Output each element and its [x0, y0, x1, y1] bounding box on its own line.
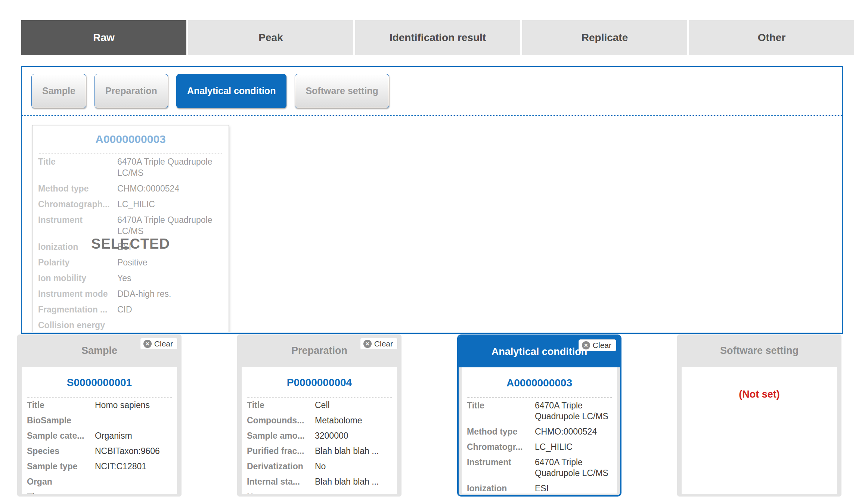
- field-value: Organism: [95, 430, 172, 441]
- field-label: Instrument: [467, 457, 531, 479]
- preparation-clear-button[interactable]: ✕ Clear: [360, 338, 398, 350]
- analytical-card: A0000000003 Title6470A Triple Quadrupole…: [462, 367, 617, 494]
- field-label: Purified frac...: [247, 446, 311, 457]
- tab-identification-result[interactable]: Identification result: [355, 20, 520, 55]
- field-value: 6470A Triple Quadrupole LC/MS: [535, 457, 612, 479]
- analytical-condition-selected-card[interactable]: A0000000003 Title6470A Triple Quadrupole…: [32, 125, 229, 332]
- field-value: No: [315, 461, 392, 472]
- field-value: CID: [117, 304, 223, 315]
- field-row: Ion mobilityYes: [32, 270, 229, 286]
- sample-card: S0000000001 TitleHomo sapiens BioSample …: [22, 367, 177, 494]
- field-row: BioSample: [22, 413, 177, 428]
- field-value: Metabolome: [315, 415, 392, 426]
- subtab-preparation-button[interactable]: Preparation: [94, 74, 168, 108]
- metadata-selection-page: Raw Peak Identification result Replicate…: [0, 0, 865, 504]
- tab-other[interactable]: Other: [689, 20, 854, 55]
- field-label: Derivatization: [247, 461, 311, 472]
- clear-button-label: Clear: [154, 339, 173, 348]
- tab-replicate[interactable]: Replicate: [522, 20, 687, 55]
- field-value: ESI: [535, 483, 612, 494]
- clear-button-label: Clear: [593, 341, 611, 350]
- field-label: Species: [27, 446, 91, 457]
- field-row: Method typeCHMO:0000524: [32, 181, 229, 196]
- field-row: Title6470A Triple Quadrupole LC/MS: [32, 154, 229, 181]
- sample-panel: ✕ Clear Sample S0000000001 TitleHomo sap…: [17, 335, 182, 497]
- field-value: NCBITaxon:9606: [95, 446, 172, 457]
- field-row: Compounds...Metabolome: [242, 413, 397, 428]
- clear-icon: ✕: [582, 341, 590, 349]
- selection-list-area: A0000000003 Title6470A Triple Quadrupole…: [22, 116, 842, 332]
- selection-summary-panels: ✕ Clear Sample S0000000001 TitleHomo sap…: [17, 335, 841, 497]
- clear-button-label: Clear: [374, 339, 393, 348]
- field-value: CHMO:0000524: [117, 183, 223, 194]
- field-label: Tissue: [27, 492, 91, 494]
- field-label: Title: [27, 400, 91, 411]
- field-label: Compounds...: [247, 415, 311, 426]
- field-value: 6470A Triple Quadrupole LC/MS: [117, 214, 223, 237]
- field-label: Sample amo...: [247, 430, 311, 441]
- analytical-id-link[interactable]: A0000000003: [462, 367, 617, 397]
- field-label: Title: [247, 400, 311, 411]
- field-value: [95, 492, 172, 494]
- field-value: 6470A Triple Quadrupole LC/MS: [117, 156, 223, 178]
- field-value: Blah blah blah ...: [315, 446, 392, 457]
- field-value: Yes: [117, 273, 223, 284]
- sample-clear-button[interactable]: ✕ Clear: [140, 338, 178, 350]
- preparation-id-link[interactable]: P0000000004: [242, 367, 397, 397]
- analytical-condition-panel: ✕ Clear Analytical condition A0000000003…: [457, 335, 621, 497]
- field-value: Cell: [315, 400, 392, 411]
- field-value: 3200000: [315, 430, 392, 441]
- field-value: Blah blah blah ...: [315, 476, 392, 487]
- field-label: Organ: [27, 476, 91, 487]
- field-label: Polarity: [38, 257, 117, 268]
- preparation-card: P0000000004 TitleCell Compounds...Metabo…: [242, 367, 397, 494]
- sample-id-link[interactable]: S0000000001: [22, 367, 177, 397]
- field-row: Title6470A Triple Quadrupole LC/MS: [462, 398, 617, 424]
- analytical-clear-button[interactable]: ✕ Clear: [579, 339, 616, 351]
- field-row: Purified frac...Blah blah blah ...: [242, 444, 397, 459]
- field-row: PolarityPositive: [32, 255, 229, 270]
- field-row: SpeciesNCBITaxon:9606: [22, 444, 177, 459]
- subtab-software-setting-button[interactable]: Software setting: [295, 74, 389, 108]
- field-label: Instrument mode: [38, 288, 117, 299]
- field-row: TitleCell: [242, 398, 397, 413]
- field-value: LC_HILIC: [535, 442, 612, 452]
- field-label: Ion mobility: [38, 273, 117, 284]
- not-set-label: (Not set): [682, 367, 837, 400]
- field-value: [95, 415, 172, 426]
- field-row: Internal sta...Blah blah blah ...: [242, 474, 397, 489]
- record-id-link[interactable]: A0000000003: [32, 125, 229, 153]
- field-label: Sample type: [27, 461, 91, 472]
- field-label: Ionization: [467, 483, 531, 494]
- field-label: Instrument: [38, 214, 117, 237]
- field-row: Sample amo...3200000: [242, 428, 397, 444]
- field-label: Method type: [467, 426, 531, 437]
- field-value: [95, 476, 172, 487]
- field-row: Sample cate...Organism: [22, 428, 177, 444]
- subtab-analytical-condition-button[interactable]: Analytical condition: [176, 74, 287, 108]
- field-value: 6470A Triple Quadrupole LC/MS: [535, 400, 612, 422]
- tab-raw[interactable]: Raw: [21, 20, 186, 55]
- field-row: Method typeCHMO:0000524: [462, 424, 617, 439]
- raw-tab-workspace: Sample Preparation Analytical condition …: [21, 66, 843, 334]
- clear-icon: ✕: [363, 340, 372, 348]
- tab-peak[interactable]: Peak: [188, 20, 353, 55]
- field-value: DDA-high res.: [117, 288, 223, 299]
- field-label: Sample cate...: [27, 430, 91, 441]
- field-row: Chromatograph...LC_HILIC: [32, 196, 229, 212]
- field-label: Title: [38, 156, 117, 178]
- field-value: Positive: [117, 257, 223, 268]
- field-row: Organ: [22, 474, 177, 489]
- selected-watermark: SELECTED: [32, 236, 229, 252]
- field-row: Tissue: [22, 489, 177, 494]
- software-panel-title: Software setting: [677, 335, 841, 367]
- field-value: Homo sapiens: [95, 400, 172, 411]
- field-value: [117, 320, 223, 331]
- subtab-sample-button[interactable]: Sample: [31, 74, 86, 108]
- field-label: Note: [247, 492, 311, 494]
- field-row: DerivatizationNo: [242, 459, 397, 474]
- field-row: Instrument modeDDA-high res.: [32, 286, 229, 302]
- field-row: IonizationESI: [462, 481, 617, 494]
- field-row: Instrument6470A Triple Quadrupole LC/MS: [462, 455, 617, 481]
- field-value: CHMO:0000524: [535, 426, 612, 437]
